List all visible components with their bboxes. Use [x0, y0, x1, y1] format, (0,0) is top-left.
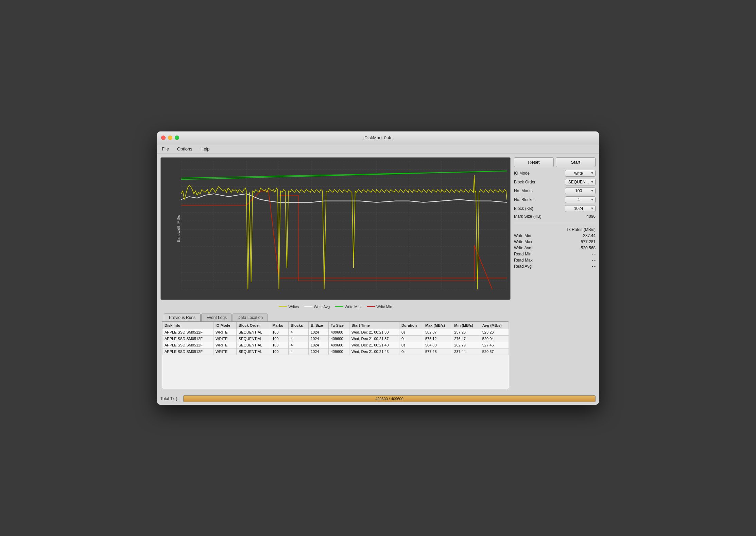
table-cell: 1024	[308, 348, 328, 355]
io-mode-row: IO Mode write ▼	[514, 170, 596, 177]
mark-size-row: Mark Size (KB) 4096	[514, 214, 596, 219]
legend-writes-label: Writes	[288, 305, 299, 309]
no-marks-label: No. Marks	[514, 189, 533, 193]
table-row[interactable]: APPLE SSD SM0512FWRITESEQUENTIAL10041024…	[162, 335, 509, 342]
col-duration: Duration	[399, 322, 423, 329]
start-button[interactable]: Start	[556, 157, 596, 167]
table-cell: 4	[288, 329, 308, 335]
col-bsize: B. Size	[308, 322, 328, 329]
table-cell: 4	[288, 348, 308, 355]
block-order-label: Block Order	[514, 180, 535, 184]
table-cell: 582.87	[423, 329, 452, 335]
table-cell: 0s	[399, 342, 423, 348]
no-marks-row: No. Marks 100 ▼	[514, 187, 596, 194]
reset-button[interactable]: Reset	[514, 157, 554, 167]
read-avg-row: Read Avg - -	[514, 264, 596, 269]
mark-size-label: Mark Size (KB)	[514, 214, 542, 219]
table-cell: Wed, Dec 21 00:21:43	[349, 348, 399, 355]
progress-text: 409600 / 409600	[375, 397, 403, 401]
legend-write-avg: Write Avg	[304, 305, 330, 309]
table-cell: 237.44	[452, 348, 480, 355]
maximize-button[interactable]	[175, 136, 179, 140]
io-mode-select[interactable]: write ▼	[565, 170, 596, 177]
table-cell: 100	[270, 348, 289, 355]
table-cell: 1024	[308, 329, 328, 335]
tab-event-logs[interactable]: Event Logs	[201, 314, 232, 321]
legend-writes: Writes	[279, 305, 299, 309]
runs-table: Disk Info IO Mode Block Order Marks Bloc…	[162, 322, 509, 355]
bottom-bar: Total Tx (... 409600 / 409600	[157, 393, 599, 405]
io-mode-label: IO Mode	[514, 171, 530, 176]
table-header-row: Disk Info IO Mode Block Order Marks Bloc…	[162, 322, 509, 329]
col-block-order: Block Order	[236, 322, 270, 329]
legend-write-min-line	[367, 306, 375, 307]
table-cell: 100	[270, 335, 289, 342]
close-button[interactable]	[161, 136, 166, 140]
no-marks-value: 100	[567, 189, 590, 193]
block-kb-row: Block (KB) 1024 ▼	[514, 205, 596, 212]
table-cell: 520.57	[480, 348, 509, 355]
col-start-time: Start Time	[349, 322, 399, 329]
tab-previous-runs[interactable]: Previous Runs	[164, 314, 201, 321]
io-mode-value: write	[567, 171, 590, 176]
table-cell: 523.26	[480, 329, 509, 335]
table-cell: 409600	[328, 335, 349, 342]
no-blocks-value: 4	[567, 197, 590, 202]
legend-write-max: Write Max	[335, 305, 361, 309]
table-cell: 0s	[399, 348, 423, 355]
table-cell: 527.46	[480, 342, 509, 348]
table-cell: 257.26	[452, 329, 480, 335]
col-txsize: Tx Size	[328, 322, 349, 329]
legend-write-min-label: Write Min	[376, 305, 392, 309]
write-avg-label: Write Avg	[514, 246, 531, 250]
col-io-mode: IO Mode	[213, 322, 237, 329]
read-max-label: Read Max	[514, 258, 533, 263]
table-cell: SEQUENTIAL	[236, 348, 270, 355]
legend-write-max-label: Write Max	[345, 305, 361, 309]
table-cell: 0s	[399, 335, 423, 342]
left-panel: Bandwidth MB/s	[160, 157, 511, 389]
table-cell: 4	[288, 342, 308, 348]
table-cell: APPLE SSD SM0512F	[162, 335, 213, 342]
table-cell: 4	[288, 335, 308, 342]
action-buttons: Reset Start	[514, 157, 596, 167]
table-cell: SEQUENTIAL	[236, 335, 270, 342]
legend-write-avg-line	[304, 306, 312, 307]
svg-rect-0	[181, 161, 507, 289]
block-order-value: SEQUEN...	[567, 180, 590, 184]
progress-bar-container: 409600 / 409600	[183, 395, 596, 402]
block-kb-select[interactable]: 1024 ▼	[565, 205, 596, 212]
stats-section: Tx Rates (MB/s) Write Min 237.44 Write M…	[514, 227, 596, 269]
no-marks-select[interactable]: 100 ▼	[565, 187, 596, 194]
legend-write-max-line	[335, 306, 343, 307]
tabs-bar: Previous Runs Event Logs Data Location	[160, 311, 511, 321]
settings-panel: IO Mode write ▼ Block Order SEQUEN... ▼	[514, 170, 596, 219]
table-row[interactable]: APPLE SSD SM0512FWRITESEQUENTIAL10041024…	[162, 342, 509, 348]
table-cell: APPLE SSD SM0512F	[162, 342, 213, 348]
col-marks: Marks	[270, 322, 289, 329]
menu-options[interactable]: Options	[176, 146, 194, 152]
menu-file[interactable]: File	[160, 146, 170, 152]
read-max-row: Read Max - -	[514, 258, 596, 263]
menu-help[interactable]: Help	[199, 146, 211, 152]
write-min-row: Write Min 237.44	[514, 233, 596, 238]
table-row[interactable]: APPLE SSD SM0512FWRITESEQUENTIAL10041024…	[162, 348, 509, 355]
col-disk-info: Disk Info	[162, 322, 213, 329]
table-cell: 1024	[308, 342, 328, 348]
table-cell: 262.79	[452, 342, 480, 348]
no-blocks-select[interactable]: 4 ▼	[565, 196, 596, 203]
divider	[514, 223, 596, 223]
block-order-arrow: ▼	[590, 180, 594, 184]
block-order-row: Block Order SEQUEN... ▼	[514, 179, 596, 185]
tab-content: Disk Info IO Mode Block Order Marks Bloc…	[162, 321, 509, 389]
read-avg-label: Read Avg	[514, 264, 532, 269]
table-cell: 409600	[328, 329, 349, 335]
block-order-select[interactable]: SEQUEN... ▼	[565, 179, 596, 185]
col-max: Max (MB/s)	[423, 322, 452, 329]
no-blocks-arrow: ▼	[590, 198, 594, 201]
tab-data-location[interactable]: Data Location	[233, 314, 268, 321]
table-cell: Wed, Dec 21 00:21:40	[349, 342, 399, 348]
app-window: jDiskMark 0.4e File Options Help Bandwid…	[157, 131, 599, 405]
minimize-button[interactable]	[168, 136, 172, 140]
table-row[interactable]: APPLE SSD SM0512FWRITESEQUENTIAL10041024…	[162, 329, 509, 335]
